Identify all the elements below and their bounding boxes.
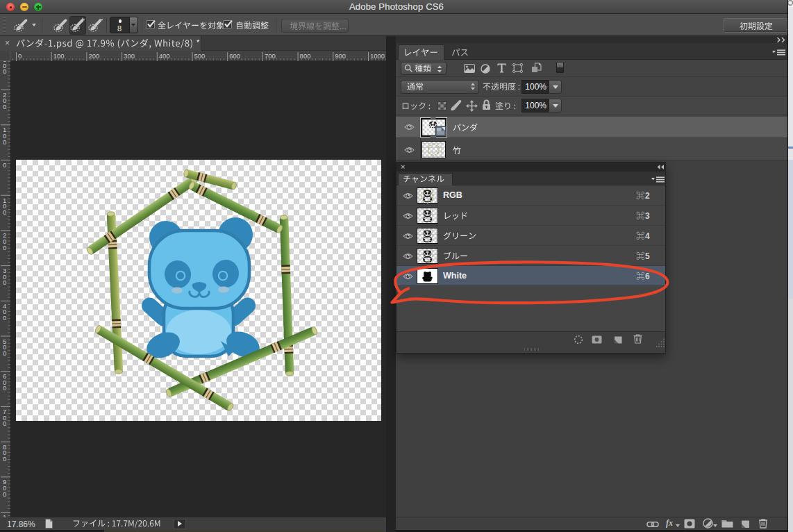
svg-text:0: 0 [3, 419, 6, 427]
svg-text:0: 0 [3, 208, 6, 216]
svg-text:0: 0 [3, 349, 6, 357]
svg-text:0: 0 [3, 103, 6, 110]
svg-text:0: 0 [3, 455, 6, 463]
svg-text:0: 0 [3, 138, 6, 146]
svg-text:0: 0 [3, 67, 6, 75]
svg-text:0: 0 [3, 279, 6, 286]
svg-text:0: 0 [3, 244, 6, 251]
svg-text:0: 0 [3, 314, 6, 322]
svg-text:0: 0 [3, 384, 6, 392]
svg-text:0: 0 [3, 490, 6, 498]
svg-text:0: 0 [3, 161, 6, 169]
